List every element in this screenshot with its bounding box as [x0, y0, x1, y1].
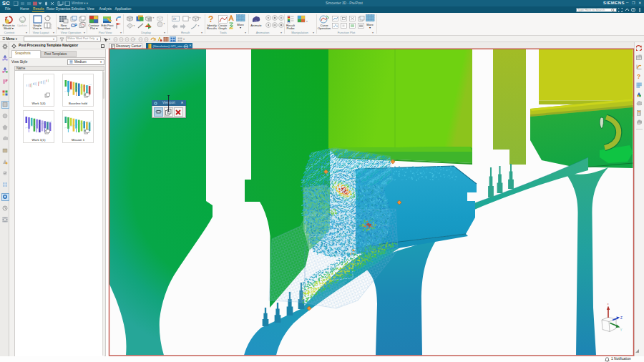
- svg-text:Z: Z: [620, 316, 623, 320]
- svg-text:Y: Y: [620, 328, 623, 332]
